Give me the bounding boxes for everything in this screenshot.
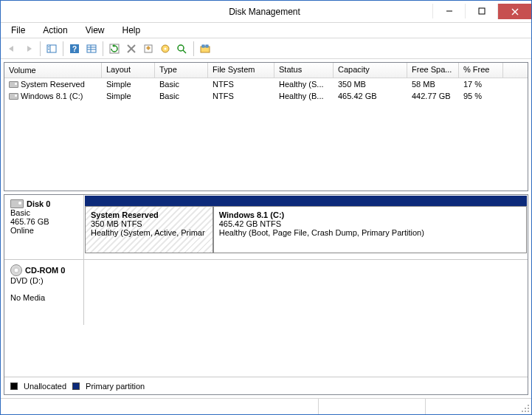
volume-icon (9, 81, 18, 88)
svg-text:?: ? (72, 45, 77, 53)
volume-list-body[interactable]: System ReservedSimpleBasicNTFSHealthy (S… (4, 78, 528, 191)
cell-fs: NTFS (208, 92, 274, 100)
partition-area: System Reserved350 MB NTFSHealthy (Syste… (84, 195, 528, 259)
svg-rect-1 (479, 8, 485, 14)
disk-graph-pane: Disk 0Basic465.76 GBOnlineSystem Reserve… (4, 194, 528, 395)
cdrom-icon (10, 264, 22, 276)
status-cell-1 (1, 399, 319, 414)
partition-color-bar (85, 196, 213, 206)
rescan-disks-button[interactable] (174, 41, 190, 57)
titlebar[interactable]: Disk Management (1, 1, 531, 23)
disk-icon (10, 199, 24, 208)
maximize-button[interactable] (465, 4, 497, 18)
cell-layout: Simple (102, 92, 155, 100)
cell-volume: System Reserved (4, 80, 102, 89)
volume-icon (9, 93, 18, 100)
show-details-button[interactable] (83, 41, 100, 57)
cell-status: Healthy (S... (274, 80, 334, 89)
help-button[interactable]: ? (66, 41, 83, 57)
cell-volume: Windows 8.1 (C:) (4, 92, 102, 100)
svg-rect-23 (202, 45, 204, 47)
partition[interactable]: Windows 8.1 (C:)465.42 GB NTFSHealthy (B… (213, 196, 527, 253)
menu-file[interactable]: File (4, 24, 32, 37)
col-pctfree[interactable]: % Free (459, 63, 503, 78)
disk-info[interactable]: CD-ROM 0DVD (D:)No Media (4, 260, 84, 325)
disk-info[interactable]: Disk 0Basic465.76 GBOnline (4, 195, 84, 259)
table-row[interactable]: Windows 8.1 (C:)SimpleBasicNTFSHealthy (… (4, 90, 528, 102)
col-filesystem[interactable]: File System (208, 63, 274, 78)
refresh-button[interactable] (106, 41, 122, 57)
show-hide-tree-button[interactable] (44, 41, 60, 57)
menubar: File Action View Help (1, 23, 531, 38)
content-area: Volume Layout Type File System Status Ca… (1, 59, 531, 398)
toolbar: ? (1, 38, 531, 59)
window-title: Disk Management (97, 7, 432, 17)
volume-list-header: Volume Layout Type File System Status Ca… (4, 63, 528, 78)
cell-capacity: 350 MB (334, 80, 407, 89)
partition-body: Windows 8.1 (C:)465.42 GB NTFSHealthy (B… (213, 206, 527, 253)
window-controls (432, 4, 531, 19)
svg-rect-24 (206, 45, 208, 47)
resize-grip-icon[interactable] (521, 404, 530, 413)
cell-free: 442.77 GB (407, 92, 459, 100)
menu-view[interactable]: View (78, 24, 112, 37)
partition-area (84, 260, 528, 325)
svg-point-19 (165, 47, 167, 49)
menu-action[interactable]: Action (35, 24, 75, 37)
cell-fs: NTFS (208, 80, 274, 89)
statusbar (1, 398, 531, 414)
cell-layout: Simple (102, 80, 155, 89)
partition-color-bar (213, 196, 527, 206)
close-button[interactable] (497, 4, 531, 19)
delete-button (123, 41, 139, 57)
disk-rows-container: Disk 0Basic465.76 GBOnlineSystem Reserve… (4, 195, 528, 377)
svg-point-25 (528, 405, 529, 406)
svg-point-26 (525, 408, 526, 409)
col-freespace[interactable]: Free Spa... (407, 63, 459, 78)
cell-type: Basic (155, 92, 208, 100)
col-status[interactable]: Status (274, 63, 334, 78)
col-type[interactable]: Type (155, 63, 208, 78)
legend-primary-label: Primary partition (86, 382, 145, 391)
col-layout[interactable]: Layout (102, 63, 155, 78)
col-volume[interactable]: Volume (4, 63, 102, 78)
properties-button[interactable] (140, 41, 156, 57)
cell-free: 58 MB (407, 80, 459, 89)
svg-point-27 (528, 408, 529, 409)
settings-button[interactable] (197, 41, 213, 57)
legend-primary-swatch (72, 383, 80, 390)
legend-unallocated-label: Unallocated (24, 382, 66, 391)
col-capacity[interactable]: Capacity (334, 63, 407, 78)
svg-point-29 (525, 411, 526, 412)
minimize-button[interactable] (432, 4, 465, 18)
cell-pct: 17 % (459, 80, 503, 89)
volume-list-pane: Volume Layout Type File System Status Ca… (4, 62, 528, 191)
new-volume-button[interactable] (157, 41, 173, 57)
svg-point-30 (528, 411, 529, 412)
svg-rect-7 (48, 49, 49, 49)
svg-point-28 (522, 411, 523, 412)
cell-status: Healthy (B... (274, 92, 334, 100)
status-cell-3 (426, 399, 531, 414)
cell-pct: 95 % (459, 92, 503, 100)
legend-bar: Unallocated Primary partition (4, 377, 528, 394)
table-row[interactable]: System ReservedSimpleBasicNTFSHealthy (S… (4, 78, 528, 90)
cell-capacity: 465.42 GB (334, 92, 407, 100)
svg-line-21 (183, 50, 186, 53)
back-button (4, 41, 20, 57)
partition-body: System Reserved350 MB NTFSHealthy (Syste… (85, 206, 213, 253)
disk-row: Disk 0Basic465.76 GBOnlineSystem Reserve… (4, 195, 528, 260)
cell-type: Basic (155, 80, 208, 89)
legend-unallocated-swatch (10, 383, 18, 390)
forward-button (21, 41, 37, 57)
menu-help[interactable]: Help (115, 24, 148, 37)
svg-rect-6 (48, 47, 49, 47)
status-cell-2 (319, 399, 425, 414)
disk-row: CD-ROM 0DVD (D:)No Media (4, 260, 528, 325)
partition[interactable]: System Reserved350 MB NTFSHealthy (Syste… (85, 196, 213, 253)
disk-management-window: Disk Management File Action View Help ? (0, 0, 532, 415)
svg-point-20 (178, 45, 184, 51)
svg-rect-10 (87, 45, 96, 52)
